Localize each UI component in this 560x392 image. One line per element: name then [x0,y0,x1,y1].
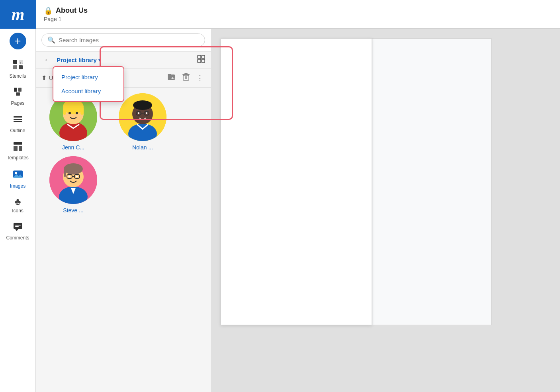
svg-rect-24 [198,59,201,63]
svg-rect-37 [63,107,66,115]
svg-point-54 [64,163,83,174]
image-thumb-nolan [119,93,166,141]
svg-rect-9 [14,116,22,118]
sidebar-item-stencils[interactable]: T Stencils [2,55,34,83]
svg-rect-13 [14,146,18,151]
image-item-steve[interactable]: Steve ... [41,156,105,214]
sidebar-item-pages[interactable]: Pages [2,83,34,110]
toolbar-row: ← Project library ▾ Project libr [36,52,211,69]
sidebar-item-icons[interactable]: ♣ Icons [2,193,34,218]
add-folder-button[interactable] [165,72,177,84]
lock-icon: 🔒 [44,6,53,15]
svg-rect-6 [14,88,17,92]
svg-point-60 [76,176,78,178]
svg-rect-10 [14,119,22,120]
image-label-jenn: Jenn C... [62,144,84,151]
images-icon [12,169,23,182]
svg-rect-23 [202,55,205,59]
svg-rect-25 [202,59,205,63]
header: m 🔒 About Us Page 1 [0,0,560,29]
svg-rect-3 [19,65,23,69]
upload-icon: ⬆ [41,74,47,82]
grid-view-button[interactable] [197,55,205,65]
image-label-steve: Steve ... [63,207,83,214]
svg-rect-11 [14,121,22,122]
search-input[interactable] [59,37,199,43]
comments-icon [13,221,23,233]
templates-icon [13,141,23,153]
image-label-nolan: Nolan ... [132,144,153,151]
svg-rect-30 [183,75,189,80]
header-title: 🔒 About Us [44,6,88,15]
canvas-divider [372,38,372,325]
search-icon: 🔍 [47,36,55,44]
sidebar-item-outline[interactable]: Outline [2,110,34,137]
main-area: + T Stencils [0,29,560,392]
search-input-wrap[interactable]: 🔍 [41,33,205,47]
stencils-icon: T [12,59,23,72]
comments-label: Comments [6,235,29,241]
svg-rect-28 [182,74,190,75]
images-label: Images [10,183,25,189]
svg-rect-22 [198,55,201,59]
outline-icon [13,114,23,126]
canvas-page [221,38,372,325]
svg-rect-12 [14,142,22,145]
svg-text:T: T [19,61,22,65]
svg-marker-19 [15,229,18,231]
canvas-area [211,29,560,392]
svg-rect-18 [14,223,22,229]
svg-rect-32 [186,76,187,79]
back-button[interactable]: ← [41,55,53,65]
images-grid: Jenn C... [36,88,211,219]
dropdown-arrow-icon: ▾ [98,57,101,63]
document-subtitle: Page 1 [44,16,88,22]
library-label: Project library [57,57,97,63]
svg-point-59 [69,176,70,178]
svg-point-40 [76,112,78,114]
svg-rect-20 [15,225,21,225]
svg-rect-8 [16,92,20,96]
icon-bar: + T Stencils [0,29,36,392]
dropdown-item-account-library[interactable]: Account library [53,84,123,98]
svg-point-39 [69,112,71,114]
stencils-label: Stencils [9,73,26,79]
panel: 🔍 ← Project library ▾ [36,29,211,392]
icons-label: Icons [12,208,23,214]
add-button[interactable]: + [10,33,26,49]
more-options-button[interactable]: ⋮ [195,73,205,83]
plus-icon: + [14,35,21,47]
sidebar-item-templates[interactable]: Templates [2,137,34,165]
icons-icon: ♣ [15,197,21,206]
image-thumb-steve [49,156,97,204]
document-title: About Us [56,6,88,15]
svg-point-44 [133,100,152,110]
svg-rect-27 [171,78,174,78]
svg-rect-2 [13,65,17,69]
svg-rect-38 [80,107,84,115]
svg-point-49 [146,112,147,114]
svg-point-48 [138,112,139,114]
search-bar: 🔍 [36,29,211,52]
logo-letter: m [12,5,25,24]
templates-label: Templates [7,155,29,161]
svg-rect-31 [185,76,186,79]
svg-rect-21 [15,226,19,227]
sidebar-item-comments[interactable]: Comments [2,218,34,245]
svg-rect-29 [184,73,188,74]
svg-rect-0 [13,60,17,64]
canvas-right-panel [372,38,491,325]
pages-label: Pages [11,100,24,106]
outline-label: Outline [10,128,25,133]
delete-button[interactable] [180,72,192,84]
app-logo[interactable]: m [0,0,36,29]
library-dropdown-button[interactable]: Project library ▾ [57,57,101,63]
svg-rect-14 [19,146,22,151]
sidebar-item-images[interactable]: Images [2,165,34,193]
pages-icon [13,87,23,99]
dropdown-item-project-library[interactable]: Project library [53,70,123,84]
library-dropdown-menu: Project library Account library [53,66,124,102]
header-info: 🔒 About Us Page 1 [44,6,88,22]
svg-rect-7 [18,88,22,92]
svg-point-16 [15,172,17,174]
